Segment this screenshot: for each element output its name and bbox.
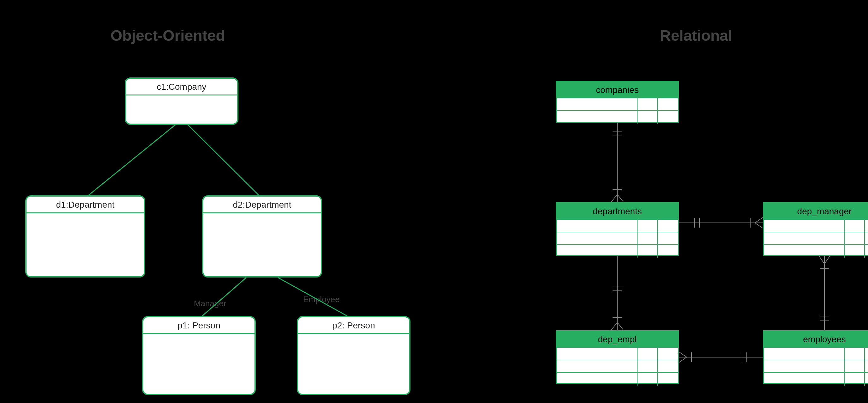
svg-line-7: [611, 194, 617, 202]
diagram-canvas: Object-Oriented Relational c1:Company d1…: [0, 0, 868, 403]
svg-line-13: [611, 322, 617, 330]
svg-line-24: [679, 357, 687, 363]
svg-line-8: [617, 194, 624, 202]
rel-edges: [0, 0, 868, 403]
svg-line-30: [825, 256, 830, 264]
svg-line-23: [679, 352, 687, 357]
svg-line-20: [755, 223, 763, 228]
svg-line-14: [617, 322, 624, 330]
svg-line-29: [819, 256, 825, 264]
svg-line-19: [755, 218, 763, 223]
